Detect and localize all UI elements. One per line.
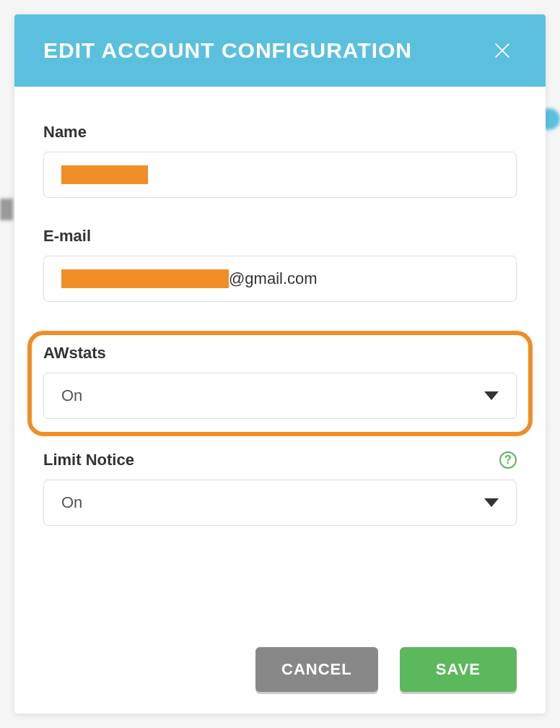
modal-body: Name E-mail @gmail.com AWstats On Limit … [14,87,546,633]
close-icon [492,40,512,61]
edit-account-modal: EDIT ACCOUNT CONFIGURATION Name E-mail @… [14,14,546,714]
cancel-button[interactable]: CANCEL [255,647,378,692]
awstats-value: On [61,386,82,405]
modal-footer: CANCEL SAVE [14,633,546,714]
chevron-down-icon [484,391,499,400]
awstats-label: AWstats [43,344,517,363]
close-button[interactable] [488,36,517,65]
email-input[interactable]: @gmail.com [43,256,517,302]
awstats-select[interactable]: On [43,373,517,419]
name-input[interactable] [43,152,517,198]
chevron-down-icon [484,498,499,507]
limit-notice-select[interactable]: On [43,480,517,526]
modal-title: EDIT ACCOUNT CONFIGURATION [43,38,412,63]
limit-notice-field-group: Limit Notice ? On [43,451,517,526]
email-label: E-mail [43,227,517,246]
limit-notice-value: On [61,493,82,512]
modal-header: EDIT ACCOUNT CONFIGURATION [14,14,546,87]
help-icon[interactable]: ? [499,451,517,469]
name-redacted [61,165,148,184]
save-button[interactable]: SAVE [400,647,517,692]
name-label: Name [43,123,517,142]
email-redacted [61,269,229,288]
email-domain: @gmail.com [229,269,318,288]
awstats-field-group: AWstats On [27,331,533,436]
limit-notice-label: Limit Notice [43,451,134,469]
email-field-group: E-mail @gmail.com [43,227,517,302]
name-field-group: Name [43,123,517,198]
